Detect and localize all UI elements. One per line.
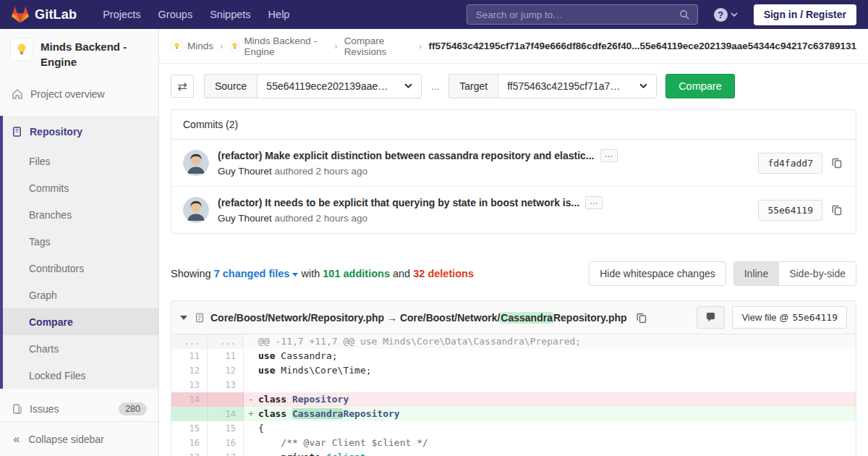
new-line-number[interactable]: 15	[208, 421, 244, 436]
commit-title[interactable]: (refactor) It needs to be explicit that …	[218, 197, 579, 208]
new-line-number[interactable]	[208, 392, 244, 407]
sidebar-item-charts[interactable]: Charts	[3, 335, 158, 362]
side-by-side-view-button[interactable]: Side-by-side	[778, 262, 856, 285]
nav-link-projects[interactable]: Projects	[103, 9, 140, 20]
diff-line: ......@@ -11,7 +11,7 @@ use Minds\Core\D…	[171, 334, 856, 349]
diff-summary-row: Showing 7 changed files with 101 additio…	[171, 261, 856, 286]
issues-icon	[12, 403, 22, 415]
sidebar-item-commits[interactable]: Commits	[3, 174, 158, 201]
signin-register-button[interactable]: Sign in / Register	[754, 4, 856, 25]
new-line-number[interactable]: 13	[208, 378, 244, 392]
copy-sha-button[interactable]	[830, 203, 844, 217]
target-label: Target	[448, 74, 498, 98]
new-line-number[interactable]: 11	[208, 349, 244, 363]
sidebar-item-locked-files[interactable]: Locked Files	[3, 362, 158, 389]
old-line-number[interactable]: 17	[171, 450, 208, 456]
target-ref-dropdown[interactable]: ff575463c42195cf71a7…	[498, 74, 657, 98]
breadcrumb: Minds › Minds Backend - Engine › Compare…	[159, 29, 868, 64]
new-line-number[interactable]: 16	[208, 436, 244, 450]
nav-link-snippets[interactable]: Snippets	[210, 9, 250, 20]
new-line-number[interactable]: 17	[208, 450, 244, 456]
code-token: Repository	[343, 408, 399, 419]
help-menu[interactable]: ?	[714, 8, 738, 22]
commits-panel: Commits (2) (refactor) Make explicit dis…	[171, 109, 856, 234]
commit-author-link[interactable]: Guy Thouret	[218, 166, 272, 177]
compare-form: ⇄ Source 55e64119ece202139aae… ... Targe…	[171, 74, 856, 98]
range-dots: ...	[431, 81, 439, 92]
commit-meta: Guy Thouret authored 2 hours ago	[218, 213, 746, 224]
old-line-number[interactable]	[171, 407, 208, 421]
source-ref-dropdown[interactable]: 55e64119ece202139aae…	[257, 74, 422, 98]
source-ref-group: Source 55e64119ece202139aae…	[204, 74, 422, 98]
toggle-comments-button[interactable]	[697, 306, 725, 329]
code-cell: use Minds\Core\Time;	[244, 363, 856, 378]
main-content: Minds › Minds Backend - Engine › Compare…	[159, 29, 868, 456]
old-line-number[interactable]: 11	[171, 349, 208, 363]
breadcrumb-minds[interactable]: Minds	[171, 40, 213, 52]
old-line-number[interactable]: 13	[171, 378, 208, 392]
diff-file-path[interactable]: Core/Boost/Network/Repository.php → Core…	[210, 312, 627, 324]
author-avatar[interactable]	[183, 197, 209, 223]
nav-link-groups[interactable]: Groups	[158, 9, 193, 20]
swap-revisions-button[interactable]: ⇄	[171, 75, 194, 98]
compare-button[interactable]: Compare	[665, 74, 735, 98]
global-search[interactable]	[467, 4, 698, 25]
old-line-number[interactable]: 14	[171, 392, 208, 407]
collapse-sidebar-button[interactable]: « Collapse sidebar	[0, 421, 158, 456]
view-file-button[interactable]: View file @ 55e64119	[732, 306, 847, 329]
breadcrumb-separator-icon: ›	[419, 41, 422, 51]
old-line-number[interactable]: ...	[171, 334, 208, 349]
sidebar-item-files[interactable]: Files	[3, 148, 158, 174]
breadcrumb-compare-revisions[interactable]: Compare Revisions	[344, 35, 412, 57]
hide-whitespace-button[interactable]: Hide whitespace changes	[589, 261, 726, 286]
project-sidebar: Minds Backend - Engine Project overview …	[0, 29, 159, 456]
sidebar-item-compare[interactable]: Compare	[3, 308, 158, 335]
inline-view-button[interactable]: Inline	[734, 262, 778, 285]
old-line-number[interactable]: 16	[171, 436, 208, 450]
expand-commit-message-button[interactable]: …	[585, 196, 603, 209]
diff-marker: -	[248, 392, 258, 407]
document-icon	[12, 126, 22, 138]
changed-files-dropdown[interactable]: 7 changed files	[214, 268, 299, 279]
code-token: Cassandra;	[275, 350, 337, 361]
diff-marker	[248, 349, 258, 363]
sidebar-item-contributors[interactable]: Contributors	[3, 255, 158, 282]
commit-sha[interactable]: 55e64119	[758, 200, 822, 221]
sidebar-project-link[interactable]: Minds Backend - Engine	[0, 29, 158, 78]
expand-commit-message-button[interactable]: …	[600, 149, 618, 162]
commit-sha[interactable]: fd4fadd7	[758, 153, 822, 174]
breadcrumb-project[interactable]: Minds Backend - Engine	[230, 35, 328, 57]
sidebar-item-project-overview[interactable]: Project overview	[0, 78, 158, 110]
nav-link-help[interactable]: Help	[268, 9, 290, 20]
gitlab-logo-link[interactable]: GitLab	[12, 7, 77, 23]
chevron-down-icon	[404, 83, 412, 89]
copy-icon	[831, 204, 843, 216]
copy-icon	[636, 312, 647, 324]
code-token: Cassandra	[292, 408, 343, 419]
old-line-number[interactable]: 12	[171, 363, 208, 378]
new-line-number[interactable]: ...	[208, 334, 244, 349]
sidebar-item-branches[interactable]: Branches	[3, 201, 158, 228]
sidebar-item-repository[interactable]: Repository	[3, 116, 158, 148]
old-line-number[interactable]: 15	[171, 421, 208, 436]
new-line-number[interactable]: 12	[208, 363, 244, 378]
code-token: Repository	[292, 394, 349, 405]
search-input[interactable]	[475, 9, 679, 21]
collapse-label: Collapse sidebar	[28, 434, 103, 445]
copy-path-button[interactable]	[634, 311, 649, 325]
commit-author-link[interactable]: Guy Thouret	[218, 213, 272, 224]
collapse-file-caret[interactable]	[180, 316, 187, 320]
author-avatar[interactable]	[183, 150, 209, 176]
sidebar-item-issues[interactable]: Issues 280	[0, 393, 158, 425]
new-line-number[interactable]: 14	[208, 407, 244, 421]
sidebar-repository-section: Repository Files Commits Branches Tags C…	[0, 116, 158, 389]
sidebar-item-graph[interactable]: Graph	[3, 282, 158, 308]
copy-sha-button[interactable]	[830, 156, 844, 170]
commit-meta: Guy Thouret authored 2 hours ago	[218, 166, 746, 177]
commit-title[interactable]: (refactor) Make explicit distinction bet…	[218, 150, 595, 161]
project-avatar	[230, 40, 240, 52]
diff-marker	[248, 363, 258, 378]
renamed-highlight: Cassandra	[500, 312, 553, 324]
sidebar-item-tags[interactable]: Tags	[3, 228, 158, 255]
commit-row: (refactor) It needs to be explicit that …	[171, 186, 856, 233]
